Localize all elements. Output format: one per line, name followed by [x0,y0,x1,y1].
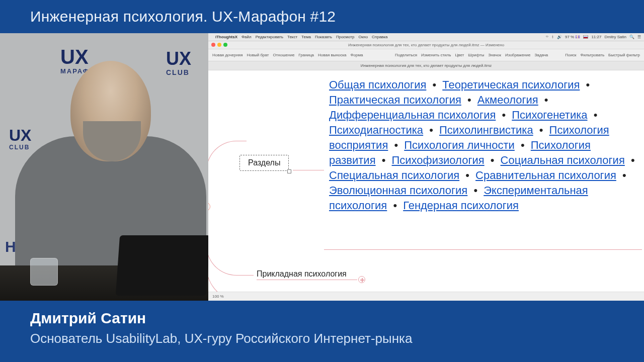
mindmap-node-links[interactable]: Общая психология • Теоретическая психоло… [324,74,641,217]
speaker-video: UX МАРАФОН UX CLUB UX CLUB Н [0,33,208,301]
branch-line [293,170,324,170]
input-source-ru-icon[interactable] [583,35,588,39]
toolbar-button[interactable]: Цвет [455,53,464,57]
document-tab-bar[interactable]: Инженерная психология для тех, кто делае… [208,61,644,70]
speaker-role: Основатель UsabilityLab, UX-гуру Российс… [30,331,644,346]
backdrop-logo: UX [60,46,89,68]
zoom-icon[interactable] [223,43,227,47]
toolbar-button[interactable]: Значок [488,53,501,57]
spotlight-icon[interactable]: 🔍 [629,35,634,39]
branch-line [208,207,271,301]
toolbar-button[interactable]: Быстрый фильтр [608,53,640,57]
separator-dot: • [533,124,549,136]
separator-dot: • [376,154,392,166]
psychology-link[interactable]: Практическая психология [329,94,461,106]
node-underline [257,280,357,280]
laptop [116,235,208,296]
psychology-link[interactable]: Теоретическая психология [442,78,580,91]
separator-dot: • [387,199,403,212]
toolbar-button[interactable]: Задача [534,53,548,57]
app-status-bar: 100 % [208,292,644,301]
content-row: UX МАРАФОН UX CLUB UX CLUB Н iThoughtsX … [0,33,644,301]
menu-item[interactable]: Окно [358,35,368,39]
branch-line [208,141,247,203]
window-titlebar[interactable]: Инженерная психология для тех, кто делае… [208,41,644,49]
psychology-link[interactable]: Акмеология [477,94,538,106]
separator-dot: • [461,94,477,106]
menu-item[interactable]: Тема [301,35,311,39]
speaker-name: Дмитрий Сатин [30,310,644,327]
window-controls[interactable] [211,43,227,47]
zoom-level[interactable]: 100 % [212,294,224,299]
menu-item[interactable]: Редактировать [256,35,283,39]
backdrop-logo: UX [9,126,31,145]
node-underline [324,249,642,250]
resize-handle-icon[interactable] [287,169,291,173]
notification-center-icon[interactable]: ☰ [637,35,641,39]
psychology-link[interactable]: Психолингвистика [439,124,533,136]
separator-dot: • [459,169,475,182]
toolbar-button[interactable]: Фильтровать [580,53,604,57]
app-name[interactable]: iThoughtsX [215,35,237,39]
close-icon[interactable] [211,43,215,47]
user-name[interactable]: Dmitry Satin [604,35,626,39]
toolbar-button[interactable]: Отношение [273,53,294,57]
psychology-link[interactable]: Специальная психология [329,169,459,182]
separator-dot: • [616,169,629,182]
shared-screen: iThoughtsX Файл Редактировать Текст Тема… [208,33,644,301]
backdrop-logo: Н [5,238,16,255]
node-label: Разделы [248,158,280,167]
psychology-link[interactable]: Социальная психология [501,154,625,166]
video-title: Инженерная психология. UX-Марафон #12 [30,8,336,25]
psychology-link[interactable]: Эволюционная психология [329,184,467,197]
toolbar-button[interactable]: Изменить стиль [421,53,451,57]
toolbar-button[interactable]: Новая выноска [318,53,346,57]
minimize-icon[interactable] [217,43,221,47]
volume-icon[interactable]: 🔊 [557,35,562,39]
separator-dot: • [467,184,484,197]
battery-status[interactable]: 97 % 💷 [565,35,580,39]
separator-dot: • [423,124,439,136]
glass [30,258,58,286]
video-title-bar: Инженерная психология. UX-Марафон #12 [0,0,644,33]
separator-dot: • [388,139,404,151]
psychology-link[interactable]: Общая психология [329,78,426,91]
menu-item[interactable]: Просмотр [336,35,355,39]
toolbar-button[interactable]: Форма [350,53,363,57]
toolbar-button[interactable]: Поиск [565,53,576,57]
document-tab[interactable]: Инженерная психология для тех, кто делае… [361,63,492,68]
separator-dot: • [485,154,501,166]
backdrop-logo-sub: CLUB [9,144,30,151]
toolbar-button[interactable]: Новая дочерняя [212,53,243,57]
expand-toggle-icon[interactable] [358,276,365,283]
window-title-text: Инженерная психология для тех, кто делае… [348,43,504,47]
mac-menubar[interactable]: iThoughtsX Файл Редактировать Текст Тема… [208,33,644,41]
psychology-link[interactable]: Дифференциальная психология [329,109,496,121]
toolbar-button[interactable]: Граница [298,53,314,57]
separator-dot: • [515,139,531,151]
psychology-link[interactable]: Гендерная психология [403,199,519,212]
psychology-link[interactable]: Психология личности [404,139,515,151]
psychology-link[interactable]: Психогенетика [512,109,587,121]
mindmap-canvas[interactable]: Разделы Общая психология • Теоретическая… [208,70,644,292]
toolbar-button[interactable]: Поделиться [395,53,417,57]
separator-dot: • [625,154,638,166]
toolbar-button[interactable]: Изображение [505,53,530,57]
backdrop-logo: UX [166,48,191,69]
bluetooth-icon[interactable]: ᚼ [551,35,554,39]
menu-item[interactable]: Файл [242,35,252,39]
menu-item[interactable]: Текст [287,35,297,39]
mindmap-node-selected[interactable]: Разделы [239,155,289,171]
wifi-icon[interactable]: ⌔ [546,35,548,39]
menu-item[interactable]: Показать [315,35,332,39]
separator-dot: • [538,94,551,106]
psychology-link[interactable]: Сравнительная психология [475,169,616,182]
toolbar-button[interactable]: Шрифты [468,53,484,57]
psychology-link[interactable]: Психодиагностика [329,124,423,136]
app-toolbar[interactable]: Новая дочерняя Новый брат Отношение Гран… [208,49,644,61]
menu-item[interactable]: Справка [372,35,387,39]
separator-dot: • [426,78,442,91]
toolbar-button[interactable]: Новый брат [247,53,269,57]
clock[interactable]: 11:27 [591,35,601,39]
psychology-link[interactable]: Психофизиология [392,154,485,166]
